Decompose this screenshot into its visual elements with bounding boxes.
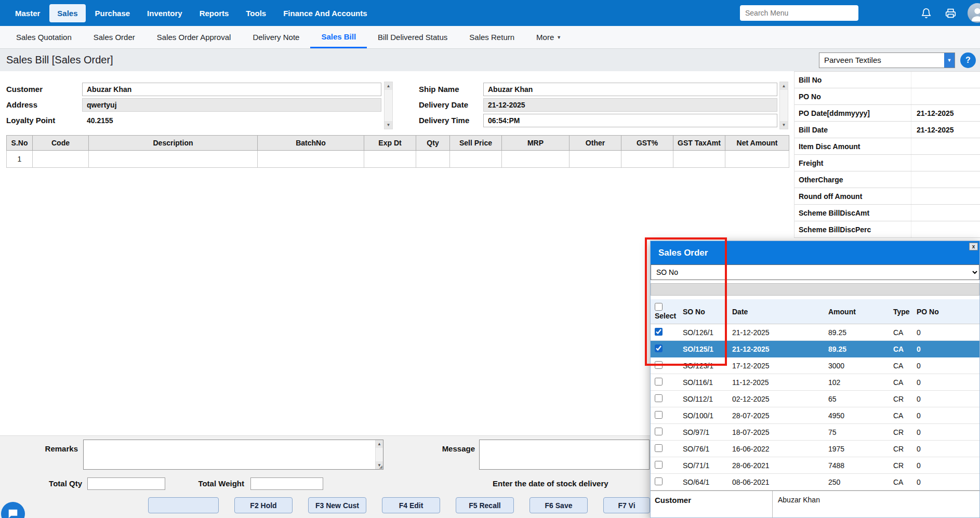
qty-cell[interactable] bbox=[416, 151, 450, 168]
summary-row-item-disc: Item Disc Amount bbox=[794, 138, 980, 155]
delivery-time-input[interactable] bbox=[483, 114, 777, 127]
tab-more[interactable]: More ▼ bbox=[525, 26, 572, 48]
sales-order-row[interactable]: SO/100/1 28-07-2025 4950 CA 0 bbox=[651, 407, 979, 424]
field-value[interactable] bbox=[911, 188, 917, 204]
address-input[interactable] bbox=[82, 98, 381, 112]
field-value[interactable] bbox=[911, 88, 917, 104]
row-checkbox[interactable] bbox=[655, 461, 663, 469]
f1-button[interactable] bbox=[148, 497, 219, 513]
tab-sales-quotation[interactable]: Sales Quotation bbox=[5, 26, 83, 48]
form-left-scrollbar[interactable]: ▲ ▼ bbox=[384, 82, 393, 129]
tab-sales-order[interactable]: Sales Order bbox=[83, 26, 146, 48]
f5-recall-button[interactable]: F5 Recall bbox=[456, 497, 514, 513]
field-value[interactable] bbox=[911, 155, 917, 171]
form-right-scrollbar[interactable]: ▲ ▼ bbox=[779, 82, 788, 129]
row-checkbox[interactable] bbox=[655, 361, 663, 369]
select-all-checkbox[interactable] bbox=[655, 303, 663, 311]
resize-handle-icon[interactable]: ◢ bbox=[379, 465, 382, 469]
type-cell: CA bbox=[893, 362, 917, 370]
f2-hold-button[interactable]: F2 Hold bbox=[234, 497, 293, 513]
tab-sales-bill[interactable]: Sales Bill bbox=[310, 26, 367, 48]
sales-order-row[interactable]: SO/126/1 21-12-2025 89.25 CA 0 bbox=[651, 324, 979, 341]
nav-master[interactable]: Master bbox=[7, 4, 48, 22]
nav-sales[interactable]: Sales bbox=[49, 4, 85, 22]
total-qty-input[interactable] bbox=[87, 477, 165, 490]
sales-order-row[interactable]: SO/64/1 08-06-2021 250 CA 0 bbox=[651, 474, 979, 490]
scroll-up-icon[interactable]: ▲ bbox=[376, 440, 383, 448]
tab-sales-order-approval[interactable]: Sales Order Approval bbox=[146, 26, 242, 48]
field-value[interactable]: 21-12-2025 bbox=[911, 105, 954, 121]
field-value[interactable] bbox=[911, 138, 917, 154]
f7-view-button[interactable]: F7 Vi bbox=[603, 497, 650, 513]
chevron-down-icon: ▼ bbox=[557, 35, 561, 40]
sell-price-cell[interactable] bbox=[450, 151, 502, 168]
field-value[interactable] bbox=[911, 221, 917, 237]
description-cell[interactable] bbox=[89, 151, 258, 168]
nav-tools[interactable]: Tools bbox=[238, 4, 274, 22]
company-selector-value: Parveen Textiles bbox=[819, 53, 944, 68]
message-input[interactable] bbox=[480, 440, 649, 469]
nav-inventory[interactable]: Inventory bbox=[139, 4, 190, 22]
row-checkbox[interactable] bbox=[655, 444, 663, 452]
row-checkbox[interactable] bbox=[655, 411, 663, 419]
other-cell[interactable] bbox=[570, 151, 621, 168]
user-avatar[interactable] bbox=[968, 3, 980, 23]
help-button[interactable]: ? bbox=[960, 52, 976, 68]
net-amount-cell[interactable] bbox=[725, 151, 789, 168]
sales-order-row[interactable]: SO/97/1 18-07-2025 75 CR 0 bbox=[651, 424, 979, 441]
so-search-field[interactable] bbox=[651, 283, 979, 296]
sales-order-row[interactable]: SO/71/1 28-06-2021 7488 CR 0 bbox=[651, 457, 979, 474]
f3-new-cust-button[interactable]: F3 New Cust bbox=[308, 497, 366, 513]
row-checkbox[interactable] bbox=[655, 428, 663, 435]
tab-bill-delivered-status[interactable]: Bill Delivered Status bbox=[367, 26, 458, 48]
company-selector[interactable]: Parveen Textiles ▼ bbox=[819, 52, 955, 68]
field-value[interactable] bbox=[911, 171, 917, 188]
sales-order-popup: Sales Order x SO No Select SO No Date Am… bbox=[650, 241, 980, 518]
ship-name-input[interactable] bbox=[483, 83, 777, 96]
sales-order-row-selected[interactable]: SO/125/1 21-12-2025 89.25 CA 0 bbox=[651, 341, 979, 357]
row-checkbox[interactable] bbox=[655, 344, 663, 352]
scroll-down-icon[interactable]: ▼ bbox=[780, 121, 788, 129]
row-checkbox[interactable] bbox=[655, 328, 663, 336]
sales-order-row[interactable]: SO/76/1 16-06-2022 1975 CR 0 bbox=[651, 441, 979, 457]
company-dropdown-icon[interactable]: ▼ bbox=[944, 53, 955, 68]
sales-order-row[interactable]: SO/116/1 11-12-2025 102 CA 0 bbox=[651, 374, 979, 391]
total-weight-input[interactable] bbox=[250, 477, 323, 490]
field-value[interactable] bbox=[911, 72, 917, 88]
sales-order-row[interactable]: SO/123/1 17-12-2025 3000 CA 0 bbox=[651, 357, 979, 374]
tab-delivery-note[interactable]: Delivery Note bbox=[242, 26, 310, 48]
exp-dt-cell[interactable] bbox=[364, 151, 416, 168]
popup-customer-label: Customer bbox=[651, 491, 772, 518]
row-checkbox[interactable] bbox=[655, 378, 663, 386]
gst-taxamt-cell[interactable] bbox=[673, 151, 725, 168]
bell-icon[interactable] bbox=[921, 8, 932, 19]
printer-icon[interactable] bbox=[945, 8, 956, 19]
row-checkbox[interactable] bbox=[655, 477, 663, 485]
nav-reports[interactable]: Reports bbox=[192, 4, 237, 22]
nav-finance-and-accounts[interactable]: Finance And Accounts bbox=[275, 4, 375, 22]
gst-cell[interactable] bbox=[621, 151, 673, 168]
field-value[interactable] bbox=[911, 205, 917, 221]
mrp-cell[interactable] bbox=[502, 151, 570, 168]
customer-input[interactable] bbox=[82, 83, 381, 96]
nav-purchase[interactable]: Purchase bbox=[87, 4, 138, 22]
delivery-date-input[interactable] bbox=[483, 98, 777, 112]
f6-save-button[interactable]: F6 Save bbox=[529, 497, 588, 513]
scroll-down-icon[interactable]: ▼ bbox=[385, 121, 392, 129]
remarks-input[interactable] bbox=[84, 440, 383, 469]
loyalty-point-input[interactable] bbox=[82, 114, 238, 127]
code-cell[interactable] bbox=[33, 151, 89, 168]
row-checkbox[interactable] bbox=[655, 394, 663, 402]
items-row[interactable]: 1 bbox=[7, 151, 789, 168]
scroll-up-icon[interactable]: ▲ bbox=[385, 82, 392, 90]
menu-search-input[interactable] bbox=[740, 5, 858, 21]
popup-header-row: Select SO No Date Amount Type PO No bbox=[651, 299, 979, 324]
so-filter-select[interactable]: SO No bbox=[651, 264, 979, 280]
sales-order-row[interactable]: SO/112/1 02-12-2025 65 CR 0 bbox=[651, 391, 979, 407]
batchno-cell[interactable] bbox=[258, 151, 364, 168]
scroll-up-icon[interactable]: ▲ bbox=[780, 82, 788, 90]
f4-edit-button[interactable]: F4 Edit bbox=[382, 497, 440, 513]
tab-sales-return[interactable]: Sales Return bbox=[458, 26, 525, 48]
close-icon[interactable]: x bbox=[969, 243, 978, 250]
field-value[interactable]: 21-12-2025 bbox=[911, 122, 954, 138]
